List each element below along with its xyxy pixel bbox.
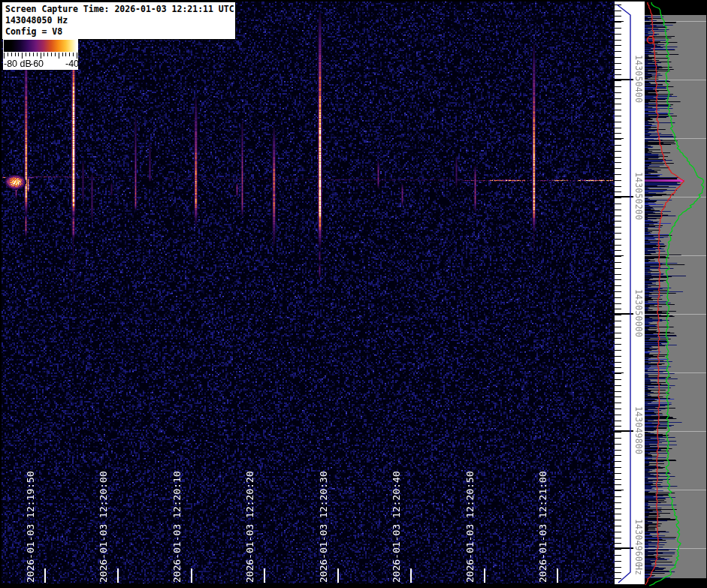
time-label: 2026-01-03 12:20:00 xyxy=(98,471,107,583)
time-label: 2026-01-03 12:20:50 xyxy=(464,471,474,583)
time-label: 2026-01-03 12:21:00 xyxy=(537,471,547,583)
capture-config-line: Config = V8 xyxy=(5,26,235,38)
time-label: 2026-01-03 12:20:20 xyxy=(244,471,254,583)
color-scale-gradient xyxy=(4,40,77,52)
color-scale-labels: -80 dB -60 -40 xyxy=(3,59,78,69)
time-tick xyxy=(191,568,192,583)
time-tick xyxy=(117,568,119,583)
capture-time-line: Screen Capture Time: 2026-01-03 12:21:11… xyxy=(5,4,235,15)
frequency-label: 143049600 xyxy=(634,519,644,567)
color-scale-legend: -80 dB -60 -40 xyxy=(3,39,78,70)
capture-frequency-line: 143048050 Hz xyxy=(5,15,235,26)
time-label: 2026-01-03 12:20:30 xyxy=(318,471,328,583)
time-label: 2026-01-03 12:20:40 xyxy=(391,471,400,583)
frequency-label: 143050200 xyxy=(634,172,644,220)
frequency-label: 143050400 xyxy=(634,55,644,103)
frequency-label: 143049800 xyxy=(634,406,644,454)
db-label-mid: -60 xyxy=(30,59,44,69)
frequency-pointer-line xyxy=(617,5,630,583)
db-label-max: -40 xyxy=(65,59,79,69)
time-tick xyxy=(557,568,558,583)
time-tick xyxy=(410,568,412,583)
speclab-screen-capture: Screen Capture Time: 2026-01-03 12:21:11… xyxy=(0,0,707,588)
time-tick xyxy=(44,568,46,583)
frequency-label: 143050000 xyxy=(634,289,644,337)
spectrogram-waterfall-canvas xyxy=(0,0,615,588)
frequency-unit-label: Hz xyxy=(634,565,644,575)
time-label: 2026-01-03 12:20:10 xyxy=(171,471,181,583)
db-label-min: -80 dB xyxy=(4,59,32,69)
time-tick xyxy=(484,568,485,583)
time-tick xyxy=(264,568,265,583)
time-label: 2026-01-03 12:19:50 xyxy=(25,471,35,583)
capture-info-box: Screen Capture Time: 2026-01-03 12:21:11… xyxy=(2,2,236,40)
time-tick xyxy=(337,568,339,583)
